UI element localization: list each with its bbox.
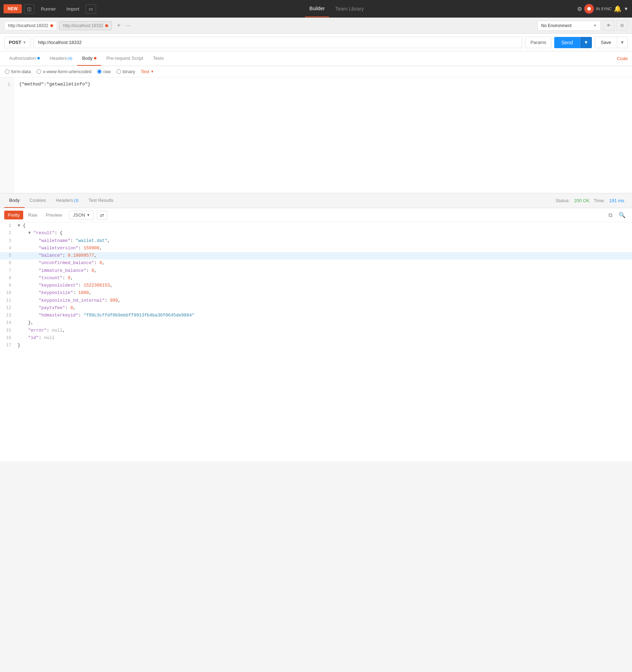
address-bar-row: http://localhost:18332 http://localhost:… [0, 18, 632, 34]
resp-code-11: "keypoolsize_hd_internal": 999, [14, 297, 632, 305]
sync-dot-inner [587, 7, 591, 11]
send-button[interactable]: Send [554, 37, 580, 48]
chevron-down-icon-button[interactable]: ▼ [624, 6, 628, 12]
tab2-url: http://localhost:18332 [63, 23, 103, 28]
form-data-option[interactable]: form-data [5, 69, 31, 74]
raw-format-button[interactable]: Raw [25, 211, 41, 219]
resp-ln-9: 9 [0, 282, 14, 289]
sync-dot [584, 4, 594, 14]
raw-radio[interactable] [97, 69, 102, 74]
resp-tab-test-results[interactable]: Test Results [83, 193, 118, 208]
tab-tests[interactable]: Tests [148, 51, 169, 66]
request-tabs-row: Authorization Headers (4) Body Pre-reque… [0, 51, 632, 66]
tab-authorization[interactable]: Authorization [4, 51, 45, 66]
tab2-dot [105, 24, 108, 27]
layout-icon-button[interactable]: ◫ [24, 4, 34, 14]
url-input[interactable] [33, 37, 522, 48]
resp-line-12: 12 "paytxfee": 0, [0, 305, 632, 312]
resp-ln-5: 5 [0, 252, 14, 260]
tab-1[interactable]: http://localhost:18332 [4, 21, 57, 30]
raw-label: raw [103, 69, 111, 74]
preview-button[interactable]: Preview [42, 211, 65, 219]
resp-line-7: 7 "immature_balance": 0, [0, 267, 632, 275]
resp-code-13: "hdmasterkeyid": "f99c3cffdf0b9ebbff9913… [14, 312, 632, 319]
resp-code-1: ▼ { [14, 222, 632, 230]
resp-line-13: 13 "hdmasterkeyid": "f99c3cffdf0b9ebbff9… [0, 312, 632, 319]
settings-cog-icon: ⚙ [577, 6, 582, 12]
bell-icon-button[interactable]: 🔔 [614, 5, 621, 13]
urlencoded-radio[interactable] [37, 69, 41, 74]
send-button-group: Send ▼ [554, 37, 592, 48]
raw-option[interactable]: raw [97, 69, 111, 74]
response-code-area: 1 ▼ { 2 ▼ "result": { 3 "walletname": "w… [0, 222, 632, 356]
save-button-group: Save ▼ [595, 37, 628, 48]
status-value: 200 OK [574, 198, 589, 203]
form-data-radio[interactable] [5, 69, 10, 74]
line-num-1: 1 [0, 81, 14, 88]
add-tab-button[interactable]: + [114, 21, 124, 30]
sync-status[interactable]: ⚙ IN SYNC [577, 4, 612, 14]
resp-code-15: "error": null, [14, 327, 632, 334]
resp-code-7: "immature_balance": 0, [14, 267, 632, 275]
tests-label: Tests [153, 56, 164, 61]
copy-button[interactable]: ⧉ [606, 210, 614, 220]
tab-2[interactable]: http://localhost:18332 [59, 21, 112, 30]
save-button[interactable]: Save [595, 37, 617, 48]
new-tab-icon-button[interactable]: ▭ [86, 4, 96, 14]
env-dropdown-arrow-icon: ▼ [593, 24, 597, 27]
resp-test-results-label: Test Results [88, 198, 113, 203]
method-select[interactable]: POST ▼ [4, 37, 31, 48]
resp-ln-6: 6 [0, 260, 14, 267]
line-numbers: 1 [0, 77, 14, 193]
new-button[interactable]: NEW [4, 4, 22, 13]
response-tabs-row: Body Cookies Headers (3) Test Results St… [0, 193, 632, 208]
binary-radio[interactable] [116, 69, 121, 74]
eye-button[interactable]: 👁 [603, 20, 614, 31]
resp-code-9: "keypoololdest": 1522306153, [14, 282, 632, 289]
resp-line-14: 14 }, [0, 319, 632, 327]
resp-ln-1: 1 [0, 222, 14, 230]
import-button[interactable]: Import [62, 5, 84, 13]
pretty-button[interactable]: Pretty [4, 211, 23, 219]
raw-type-button[interactable]: Text ▼ [141, 69, 154, 74]
tab-headers[interactable]: Headers (4) [45, 51, 77, 66]
save-dropdown-arrow-button[interactable]: ▼ [617, 37, 628, 48]
resp-line-6: 6 "unconfirmed_balance": 0, [0, 260, 632, 267]
params-button[interactable]: Params [525, 37, 551, 48]
env-select[interactable]: No Environment ▼ [537, 21, 601, 31]
resp-tab-cookies[interactable]: Cookies [25, 193, 51, 208]
resp-ln-11: 11 [0, 297, 14, 305]
resp-cookies-label: Cookies [30, 198, 46, 203]
tab-prerequest[interactable]: Pre-request Script [101, 51, 148, 66]
bottom-space [0, 356, 632, 461]
search-button[interactable]: 🔍 [617, 210, 628, 220]
urlencoded-label: x-www-form-urlencoded [43, 69, 91, 74]
resp-tab-headers[interactable]: Headers (3) [51, 193, 84, 208]
gear-button[interactable]: ⚙ [617, 20, 628, 31]
resp-ln-8: 8 [0, 275, 14, 282]
wrap-button[interactable]: ⇄ [97, 211, 107, 220]
builder-tab[interactable]: Builder [305, 0, 329, 17]
resp-ln-16: 16 [0, 334, 14, 342]
resp-tab-body[interactable]: Body [4, 193, 25, 208]
code-content[interactable]: {"method":"getwalletinfo"} [14, 77, 632, 193]
env-label: No Environment [541, 23, 590, 28]
send-dropdown-arrow-button[interactable]: ▼ [580, 37, 592, 48]
code-link[interactable]: Code [617, 52, 628, 65]
resp-line-10: 10 "keypoolsize": 1000, [0, 289, 632, 297]
format-right-buttons: ⧉ 🔍 [606, 210, 628, 220]
prerequest-label: Pre-request Script [106, 56, 143, 61]
tab-body[interactable]: Body [77, 51, 101, 66]
raw-type-arrow-icon: ▼ [151, 70, 154, 73]
resp-code-5: "balance": 0.18099577, [14, 252, 632, 260]
more-tabs-button[interactable]: ⋯ [126, 23, 131, 28]
resp-line-16: 16 "id": null [0, 334, 632, 342]
team-library-tab[interactable]: Team Library [331, 1, 368, 17]
resp-body-label: Body [9, 198, 20, 203]
method-label: POST [9, 40, 21, 45]
request-row: POST ▼ Params Send ▼ Save ▼ [0, 34, 632, 51]
format-select[interactable]: JSON ▼ [69, 211, 94, 219]
runner-button[interactable]: Runner [37, 5, 60, 13]
urlencoded-option[interactable]: x-www-form-urlencoded [37, 69, 91, 74]
binary-option[interactable]: binary [116, 69, 135, 74]
